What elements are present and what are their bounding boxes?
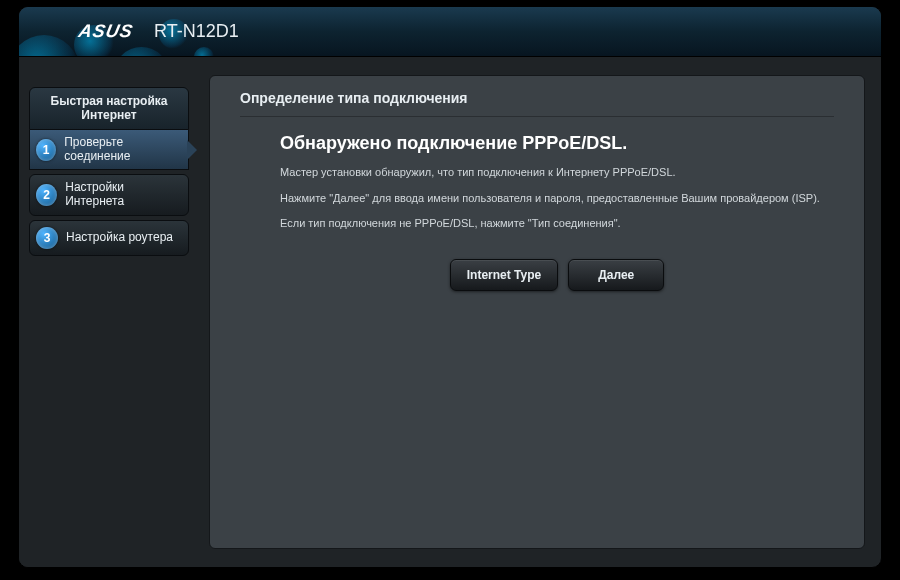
app-frame: ASUS RT-N12D1 Быстрая настройка Интернет…: [18, 6, 882, 568]
topbar: ASUS RT-N12D1: [19, 7, 881, 57]
panel-title: Определение типа подключения: [240, 90, 834, 117]
brand-logo: ASUS: [77, 21, 135, 42]
wizard-sidebar: Быстрая настройка Интернет 1 Проверьте с…: [19, 57, 199, 567]
button-row: Internet Type Далее: [280, 259, 834, 291]
model-name: RT-N12D1: [154, 21, 239, 42]
step-number-badge: 1: [36, 139, 56, 161]
wizard-title: Быстрая настройка Интернет: [29, 87, 189, 130]
step-label: Настройка роутера: [66, 231, 173, 245]
detection-line3: Если тип подключения не PPPoE/DSL, нажми…: [280, 215, 834, 233]
detection-line1: Мастер установки обнаружил, что тип подк…: [280, 164, 834, 182]
step-label: Проверьте соединение: [64, 136, 182, 164]
detection-line2: Нажмите "Далее" для ввода имени пользова…: [280, 190, 834, 208]
wizard-panel: Определение типа подключения Обнаружено …: [209, 75, 865, 549]
wizard-step-router-settings[interactable]: 3 Настройка роутера: [29, 220, 189, 256]
wizard-step-internet-settings[interactable]: 2 Настройки Интернета: [29, 174, 189, 216]
wizard-step-check-connection[interactable]: 1 Проверьте соединение: [29, 130, 189, 171]
detection-headline: Обнаружено подключение PPPoE/DSL.: [280, 133, 834, 154]
next-button[interactable]: Далее: [568, 259, 664, 291]
content-area: Быстрая настройка Интернет 1 Проверьте с…: [19, 57, 881, 567]
wizard-title-line2: Интернет: [34, 108, 184, 122]
main-area: Определение типа подключения Обнаружено …: [199, 57, 881, 567]
wizard-title-line1: Быстрая настройка: [34, 94, 184, 108]
panel-body: Обнаружено подключение PPPoE/DSL. Мастер…: [240, 133, 834, 291]
step-number-badge: 2: [36, 184, 57, 206]
internet-type-button[interactable]: Internet Type: [450, 259, 558, 291]
step-label: Настройки Интернета: [65, 181, 182, 209]
step-number-badge: 3: [36, 227, 58, 249]
